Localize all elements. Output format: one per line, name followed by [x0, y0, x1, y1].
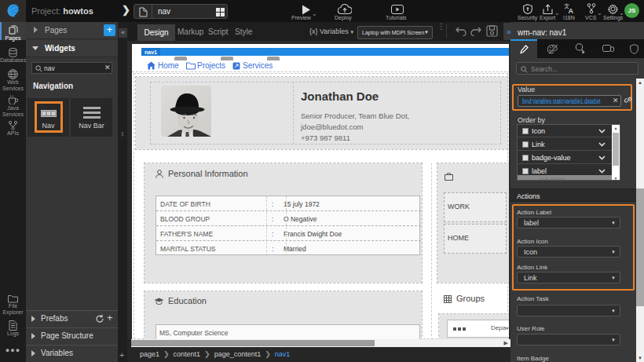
svg-text:A: A: [569, 7, 574, 14]
